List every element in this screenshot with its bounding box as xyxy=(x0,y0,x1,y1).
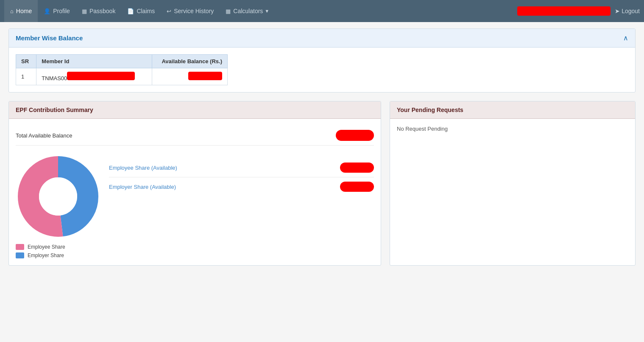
cell-sr: 1 xyxy=(16,68,36,85)
chart-area: Employee Share Employer Share Employee S… xyxy=(16,154,374,258)
home-icon: ⌂ xyxy=(10,8,14,14)
legend-employer: Employer Share xyxy=(16,252,100,258)
logout-icon: ➤ xyxy=(615,8,620,14)
svg-point-2 xyxy=(39,177,77,216)
member-balance-title: Member Wise Balance xyxy=(16,34,83,42)
member-balance-header: Member Wise Balance ∧ xyxy=(9,29,635,48)
employer-legend-label: Employer Share xyxy=(28,252,64,258)
pending-body: No Request Pending xyxy=(390,119,635,139)
calculators-dropdown-icon: ▼ xyxy=(265,8,269,14)
passbook-icon: ▦ xyxy=(82,8,87,14)
epf-total-label: Total Available Balance xyxy=(16,132,72,139)
bottom-section: EPF Contribution Summary Total Available… xyxy=(8,101,636,266)
col-sr: SR xyxy=(16,55,36,68)
nav-home[interactable]: ⌂ Home xyxy=(4,0,38,22)
pending-header: Your Pending Requests xyxy=(390,101,635,119)
logout-button[interactable]: ➤ Logout xyxy=(615,8,640,14)
col-member-id: Member Id xyxy=(36,55,152,68)
cell-balance xyxy=(152,68,228,85)
col-balance: Available Balance (Rs.) xyxy=(152,55,228,68)
epf-title: EPF Contribution Summary xyxy=(16,107,93,113)
total-balance-redacted xyxy=(336,130,374,141)
nav-passbook[interactable]: ▦ Passbook xyxy=(76,0,121,22)
epf-header: EPF Contribution Summary xyxy=(9,101,381,119)
member-id-redacted xyxy=(67,72,135,80)
nav-profile[interactable]: 👤 Profile xyxy=(38,0,76,22)
epf-body: Total Available Balance xyxy=(9,119,381,265)
balance-table: SR Member Id Available Balance (Rs.) 1 T… xyxy=(16,54,228,85)
legend-employee: Employee Share xyxy=(16,244,100,250)
user-info-redacted xyxy=(517,6,611,16)
cell-member-id: TNMAS00 xyxy=(36,68,152,85)
nav-service-history[interactable]: ↩ Service History xyxy=(161,0,220,22)
employer-balance-redacted xyxy=(340,182,374,192)
navbar: ⌂ Home 👤 Profile ▦ Passbook 📄 Claims ↩ S… xyxy=(0,0,644,22)
donut-chart-container: Employee Share Employer Share xyxy=(16,154,100,258)
pending-title: Your Pending Requests xyxy=(397,107,463,113)
member-balance-card: Member Wise Balance ∧ SR Member Id Avail… xyxy=(8,28,636,93)
epf-card: EPF Contribution Summary Total Available… xyxy=(8,101,381,266)
nav-calculators[interactable]: ▦ Calculators ▼ xyxy=(220,0,275,22)
employee-label: Employee Share (Available) xyxy=(109,165,177,171)
collapse-icon[interactable]: ∧ xyxy=(623,34,628,42)
member-balance-body: SR Member Id Available Balance (Rs.) 1 T… xyxy=(9,48,635,92)
employer-label: Employer Share (Available) xyxy=(109,184,176,190)
employee-legend-label: Employee Share xyxy=(28,244,65,250)
donut-chart xyxy=(16,154,100,239)
epf-details: Employee Share (Available) Employer Shar… xyxy=(109,154,374,196)
employee-balance-redacted xyxy=(340,163,374,173)
epf-employer-row: Employer Share (Available) xyxy=(109,177,374,196)
main-content: Member Wise Balance ∧ SR Member Id Avail… xyxy=(0,22,644,272)
donut-legend: Employee Share Employer Share xyxy=(16,244,100,258)
employee-color-swatch xyxy=(16,244,24,250)
pending-message: No Request Pending xyxy=(397,126,448,132)
employer-color-swatch xyxy=(16,252,24,258)
claims-icon: 📄 xyxy=(127,8,134,14)
navbar-right: ➤ Logout xyxy=(517,6,640,16)
nav-claims[interactable]: 📄 Claims xyxy=(121,0,161,22)
donut-svg xyxy=(16,154,100,239)
epf-employee-row: Employee Share (Available) xyxy=(109,158,374,177)
profile-icon: 👤 xyxy=(44,8,50,14)
table-row: 1 TNMAS00 xyxy=(16,68,228,85)
service-history-icon: ↩ xyxy=(167,8,171,14)
balance-redacted xyxy=(188,72,222,80)
epf-total-row: Total Available Balance xyxy=(16,126,374,146)
calculators-icon: ▦ xyxy=(226,8,231,14)
pending-requests-card: Your Pending Requests No Request Pending xyxy=(390,101,636,266)
